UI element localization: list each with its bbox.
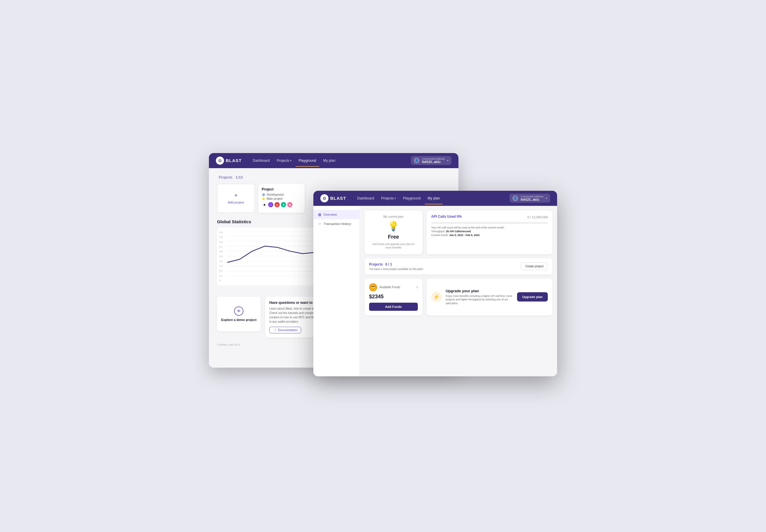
project-card[interactable]: Project ⚙️ Development ⭐ Main project ◆ … — [258, 184, 305, 213]
back-nav-playground[interactable]: Playground — [296, 157, 319, 164]
funds-header: 💳 Available Funds ℹ — [369, 283, 418, 291]
plan-name: Free — [388, 234, 399, 240]
projects-plan-info: Projects 0 / 1 You have 1 more project a… — [369, 262, 423, 270]
add-project-plus-icon: + — [234, 192, 238, 199]
front-logo[interactable]: ⊙ BLAST — [320, 194, 346, 202]
sidebar-item-transaction-history[interactable]: ↔ Transaction History — [313, 219, 360, 228]
front-nav-playground[interactable]: Playground — [400, 195, 424, 202]
upgrade-lightning-icon: ⚡ — [431, 292, 442, 302]
back-address: 0x0123...ab1c — [422, 160, 445, 164]
upgrade-info: Upgrade your plan Enjoy more benefits in… — [446, 289, 513, 305]
current-plan-card: My current plan 💡 Free Add funds and upg… — [364, 210, 422, 254]
demo-card[interactable]: 👁 Explore a demo project — [217, 297, 261, 331]
create-project-button[interactable]: Create project — [521, 262, 548, 270]
api-percent: 0% — [457, 215, 462, 219]
add-funds-button[interactable]: Add Funds — [369, 303, 418, 311]
back-logo-text: BLAST — [226, 158, 242, 163]
overview-icon: ▦ — [318, 213, 321, 217]
y-label-07: 0.7 — [219, 246, 223, 248]
throughput-row: Throughput: 25 API Calls/second — [431, 230, 548, 233]
y-label-03: 0.3 — [219, 265, 223, 267]
projects-plan-title: Projects 0 / 1 — [369, 262, 423, 266]
documentation-button[interactable]: 📄 Documentation — [269, 327, 301, 333]
plan-bulb-icon: 💡 — [388, 221, 399, 232]
back-logo-icon: ⊙ — [216, 157, 224, 165]
back-nav-projects[interactable]: Projects — [274, 157, 295, 164]
upgrade-plan-button[interactable]: Upgrade plan — [517, 292, 548, 302]
transaction-icon: ↔ — [318, 222, 322, 226]
funds-card: 💳 Available Funds ℹ $2345 Add Funds — [364, 279, 422, 315]
projects-plan-card: Projects 0 / 1 You have 1 more project a… — [364, 258, 552, 275]
project-card-title: Project — [262, 187, 301, 191]
demo-label: Explore a demo project — [221, 318, 257, 322]
y-label-02: 0.2 — [219, 270, 223, 272]
front-sidebar: ▦ Overview ↔ Transaction History — [313, 206, 360, 376]
front-navbar: ⊙ BLAST Dashboard Projects Playground My… — [313, 191, 557, 206]
front-window: ⊙ BLAST Dashboard Projects Playground My… — [313, 191, 557, 376]
back-wallet-text: Connected Address 0x0123...ab1c — [422, 157, 445, 164]
funds-wallet-icon: 💳 — [369, 283, 377, 291]
front-connected-label: Connected Address — [520, 195, 543, 198]
near-icon: ◈ — [281, 202, 286, 207]
avax-icon: ▲ — [275, 202, 280, 207]
overview-label: Overview — [324, 213, 337, 216]
y-label-06: 0.6 — [219, 250, 223, 253]
doc-icon: 📄 — [273, 328, 277, 332]
api-count: 0 / 12,000,000 — [527, 215, 548, 219]
main-project-icon: ⭐ — [262, 197, 265, 200]
back-projects-title: Projects 1/10 — [217, 175, 450, 180]
projects-count: 0 / 1 — [385, 262, 392, 266]
front-address: 0x0123...ab1c — [520, 198, 543, 201]
back-chevron-icon: ▾ — [447, 159, 449, 162]
polygon-icon: ⬡ — [268, 202, 273, 207]
front-wallet-btn[interactable]: 👤 Connected Address 0x0123...ab1c ▾ — [509, 194, 550, 203]
current-month-row: Current month: Jan 5, 2022 - Feb 5, 2022 — [431, 234, 548, 237]
front-main: My current plan 💡 Free Add funds and upg… — [360, 206, 557, 376]
back-navbar: ⊙ BLAST Dashboard Projects Playground My… — [209, 153, 458, 168]
front-chevron-icon: ▾ — [546, 197, 547, 200]
add-project-label: Add project — [228, 201, 244, 204]
y-label-10: 1.0 — [219, 231, 223, 234]
scene: ⊙ BLAST Dashboard Projects Playground My… — [209, 153, 557, 379]
back-logo[interactable]: ⊙ BLAST — [216, 157, 242, 165]
front-nav-myplan[interactable]: My plan — [425, 195, 443, 202]
y-label-0: 0 — [219, 279, 223, 282]
front-logo-icon: ⊙ — [320, 194, 328, 202]
back-nav-myplan[interactable]: My plan — [320, 157, 338, 164]
other-icon: ◉ — [287, 202, 293, 207]
api-reset-text: Your API call count will be reset at the… — [431, 226, 548, 229]
bottom-section: 💳 Available Funds ℹ $2345 Add Funds ⚡ Up… — [364, 279, 552, 315]
project-card-main: ⭐ Main project — [262, 197, 301, 200]
front-nav: Dashboard Projects Playground My plan — [354, 195, 509, 202]
front-nav-dashboard[interactable]: Dashboard — [354, 195, 377, 202]
transaction-label: Transaction History — [324, 222, 351, 226]
current-plan-label: My current plan — [384, 215, 404, 218]
projects-plan-sub: You have 1 more project available on thi… — [369, 268, 423, 270]
front-logo-text: BLAST — [330, 196, 346, 201]
front-layout: ▦ Overview ↔ Transaction History My curr… — [313, 206, 557, 376]
plan-section: My current plan 💡 Free Add funds and upg… — [364, 210, 552, 254]
y-label-09: 0.9 — [219, 236, 223, 238]
api-card: API Calls Used 0% 0 / 12,000,000 Your AP… — [426, 210, 552, 254]
back-nav-dashboard[interactable]: Dashboard — [250, 157, 273, 164]
back-wallet-btn[interactable]: 👤 Connected Address 0x0123...ab1c ▾ — [411, 156, 451, 165]
sidebar-item-overview[interactable]: ▦ Overview — [313, 210, 360, 219]
add-project-card[interactable]: + Add project — [217, 184, 255, 213]
y-label-08: 0.8 — [219, 241, 223, 243]
funds-info-icon: ℹ — [417, 286, 418, 289]
y-label-01: 0.1 — [219, 275, 223, 277]
front-wallet-text: Connected Address 0x0123...ab1c — [520, 195, 543, 201]
front-nav-projects[interactable]: Projects — [378, 195, 399, 202]
eth-icon: ◆ — [262, 202, 267, 207]
front-wallet-icon: 👤 — [512, 195, 518, 201]
funds-amount: $2345 — [369, 294, 418, 300]
api-progress-bar — [431, 222, 548, 224]
plan-desc: Add funds and upgrade your plan for more… — [369, 242, 418, 250]
upgrade-desc: Enjoy more benefits including a higher A… — [446, 294, 513, 305]
y-label-04: 0.4 — [219, 260, 223, 263]
back-connected-label: Connected Address — [422, 157, 445, 160]
project-chain-icons: ◆ ⬡ ▲ ◈ ◉ — [262, 202, 301, 207]
demo-eye-icon: 👁 — [234, 306, 244, 316]
project-card-development: ⚙️ Development — [262, 193, 301, 196]
development-icon: ⚙️ — [262, 193, 265, 196]
